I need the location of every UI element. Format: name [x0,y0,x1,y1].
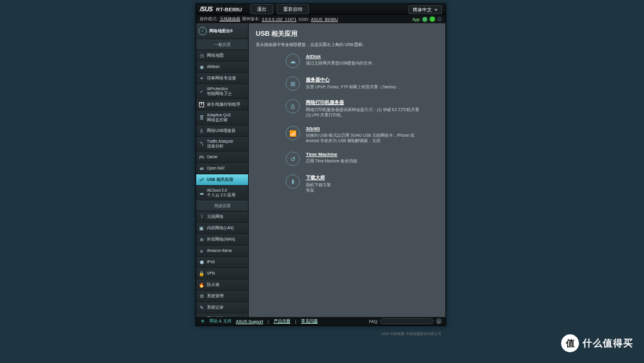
sidebar-icon: ✎ [199,304,205,310]
app-link[interactable]: App [413,17,420,21]
help-label[interactable]: 帮助 & 支持 [209,318,231,324]
faq-search-input[interactable] [380,318,434,324]
fw-value[interactable]: 3.0.0.6.102_11971 [262,17,296,21]
ssid-value[interactable]: ASUS_BE88U [311,17,338,21]
sidebar-icon: ✓ [199,88,205,94]
page-description: 要从路由器中安全移除硬盘，点选页面右上角的 USB 图标。 [256,42,438,48]
sidebar-item-general-10[interactable]: ☍USB 相关应用 [196,174,248,186]
usb-app-icon[interactable]: ☁ [286,54,300,68]
sidebar-item-label: 无线网络 [207,214,224,219]
usb-app-title[interactable]: 3G/4G [306,126,419,131]
sidebar-item-general-11[interactable]: ☁AiCloud 2.0个人云 2.0 应用 [196,186,248,201]
sidebar-item-label: 访客网络专业版 [207,76,236,81]
sidebar-icon: ⚙ [199,293,205,299]
footer-link-register[interactable]: 产品注册 [274,318,290,324]
footer-link-support[interactable]: ASUS Support [236,319,264,324]
sidebar-item-label: 网络USB增速器 [207,128,236,133]
footer: ⊕ 帮助 & 支持 ASUS Support | 产品注册 | 常见问题 FAQ… [196,317,445,325]
sidebar-icon: ◷ [199,53,205,59]
sidebar-item-advanced-1[interactable]: ▣内部网络(LAN) [196,223,248,234]
sidebar-item-general-8[interactable]: 🎮Game [196,152,248,163]
usb-app-icon[interactable]: ⎙ [286,99,300,113]
sidebar-item-label: AiCloud 2.0个人云 2.0 应用 [207,188,236,198]
sidebar-item-advanced-8[interactable]: ✎系统记录 [196,302,248,313]
section-general: 一般设置 [196,39,248,50]
status-icon[interactable] [437,17,442,21]
sidebar-item-general-5[interactable]: ≣Adaptive QoS网络监控家 [196,110,248,125]
usb-app-title[interactable]: AiDisk [306,54,376,59]
reboot-button[interactable]: 重新启动 [277,4,309,14]
sidebar-item-advanced-7[interactable]: ⚙系统管理 [196,291,248,302]
sidebar-item-general-4[interactable]: 👪家长电脑控制程序 [196,99,248,110]
sidebar-item-general-0[interactable]: ◷网络地图 [196,50,248,61]
usb-app-desc: 设置 UPnP, iTunes, FTP 和网上邻居共享（Samba）。 [306,84,403,90]
logout-button[interactable]: 退出 [250,4,273,14]
footer-link-faq[interactable]: 常见问题 [301,318,318,324]
router-admin-window: /SUS RT-BE88U 退出 重新启动 简体中文 操作模式: 无线路由器 固… [196,4,446,326]
section-advanced: 高级设置 [196,201,248,211]
sidebar-icon: 🔒 [199,270,205,276]
usb-app-title[interactable]: 网络打印机服务器 [306,99,419,106]
sidebar-item-label: Adaptive QoS网络监控家 [207,113,231,122]
sidebar-item-label: IPv6 [207,260,215,264]
sidebar-item-label: VPN [207,271,215,276]
sidebar-item-label: Open NAT [207,166,225,171]
gear-icon[interactable] [422,17,428,22]
sidebar-icon: ◉ [199,64,205,70]
sidebar-item-general-1[interactable]: ◉AiMesh [196,61,248,73]
sidebar-item-general-2[interactable]: ⚭访客网络专业版 [196,73,248,84]
sidebar-item-label: 系统管理 [207,294,224,299]
sidebar-item-general-7[interactable]: 〽Traffic Analyzer流量分析 [196,137,248,152]
usb-app-title[interactable]: 服务器中心 [306,76,403,83]
sidebar-icon: ⊕ [199,236,205,242]
sidebar-item-advanced-6[interactable]: 🔥防火墙 [196,279,248,291]
brand-logo: /SUS [200,6,212,13]
sidebar-item-general-6[interactable]: ⟠网络USB增速器 [196,125,248,137]
sidebar-item-label: AiMesh [207,64,220,69]
usb-app-icon[interactable]: ⬇ [286,174,300,189]
usb-app-desc: 启用 Time Machine 备份功能 [306,158,357,164]
mode-label: 操作模式: [200,16,218,22]
help-icon: ⊕ [201,319,205,324]
sidebar-item-label: USB 相关应用 [207,177,233,182]
sidebar: ✓ 网络地图台9 一般设置 ◷网络地图◉AiMesh⚭访客网络专业版✓AiPro… [196,23,249,317]
sidebar-icon: ☁ [199,190,205,196]
usb-app-title[interactable]: Time Machine [306,152,357,157]
language-label: 简体中文 [413,7,432,13]
model-name: RT-BE88U [216,7,242,13]
usb-app-row-3: 📶3G/4G切换到 USB 模式以启用 3G/4G USB 无线网络卡，iPho… [256,126,438,143]
usb-app-icon[interactable]: 📶 [286,126,300,140]
copyright: 2024 华硕电脑 华硕电脑股份有限公司 [381,331,441,337]
usb-app-icon[interactable]: ↺ [286,152,300,166]
sidebar-item-general-3[interactable]: ✓AiProtection智能网络卫士 [196,84,248,99]
sidebar-item-advanced-3[interactable]: aAmazon Alexa [196,245,248,257]
fw-label: 固件版本: [242,16,260,22]
network-map-icon: ✓ [199,27,207,35]
sidebar-icon: ⟟ [199,214,205,220]
status-bar: 操作模式: 无线路由器 固件版本: 3.0.0.6.102_11971 SSID… [196,15,445,23]
sidebar-icon: ⟠ [199,128,205,134]
sidebar-item-label: Amazon Alexa [207,248,232,253]
usb-status-icon[interactable] [430,17,435,21]
sidebar-item-label: Traffic Analyzer流量分析 [207,139,233,149]
language-select[interactable]: 简体中文 [408,5,442,14]
sidebar-item-general-9[interactable]: ⇄Open NAT [196,163,248,174]
watermark: 值 什么值得买 [561,334,633,352]
usb-app-title[interactable]: 下载大师 [306,174,331,181]
sidebar-item-advanced-5[interactable]: 🔒VPN [196,268,248,279]
usb-app-row-1: ⊞服务器中心设置 UPnP, iTunes, FTP 和网上邻居共享（Samba… [256,76,438,91]
sidebar-item-advanced-0[interactable]: ⟟无线网络 [196,211,248,223]
chevron-down-icon [434,9,438,11]
sidebar-item-label: 网络地图 [207,53,224,58]
search-button[interactable]: ▷ [436,318,442,324]
sidebar-item-advanced-4[interactable]: ⬢IPv6 [196,257,248,268]
watermark-text: 什么值得买 [583,337,633,350]
sidebar-item-label: 外部网络(WAN) [207,237,235,242]
usb-app-icon[interactable]: ⊞ [286,76,300,91]
network-map-shortcut[interactable]: ✓ 网络地图台9 [196,23,248,39]
mode-value[interactable]: 无线路由器 [219,16,240,22]
page-title: USB 相关应用 [256,29,438,38]
sidebar-item-advanced-2[interactable]: ⊕外部网络(WAN) [196,234,248,245]
sidebar-item-label: 内部网络(LAN) [207,226,234,230]
sidebar-icon: ⚭ [199,75,205,81]
